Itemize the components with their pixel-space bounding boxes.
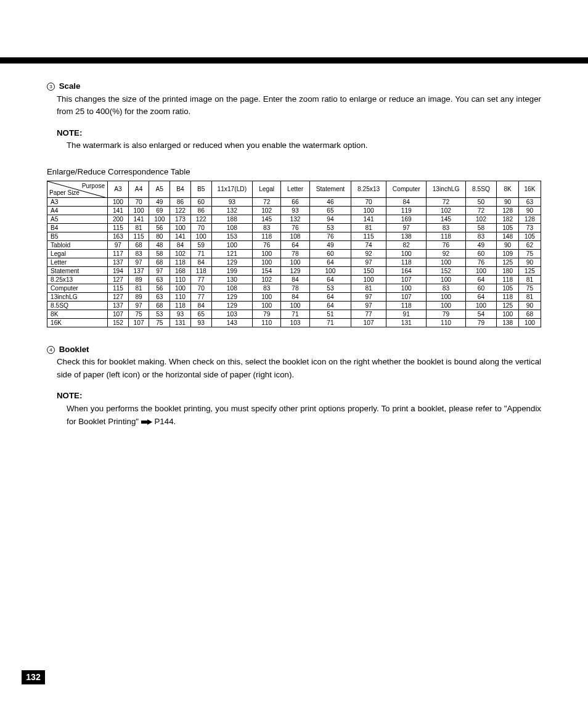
table-cell: 103	[281, 318, 309, 327]
table-cell: 64	[309, 292, 351, 301]
circled-number-4: 4	[47, 346, 55, 354]
table-cell: 73	[519, 223, 541, 232]
table-cell: 100	[309, 266, 351, 275]
table-cell: 75	[519, 249, 541, 258]
table-cell: 62	[519, 240, 541, 249]
table-cell: 70	[128, 197, 149, 206]
table-cell: 76	[309, 232, 351, 240]
table-cell: 68	[128, 240, 149, 249]
table-row-label: B4	[47, 223, 108, 232]
table-cell: 100	[351, 206, 386, 215]
table-cell: 53	[309, 223, 351, 232]
table-column-header: 8.25x13	[351, 181, 386, 197]
table-column-header: Legal	[253, 181, 281, 197]
table-cell: 115	[351, 232, 386, 240]
table-cell: 127	[108, 292, 129, 301]
table-cell: 145	[253, 215, 281, 223]
table-cell: 48	[149, 240, 170, 249]
table-row-label: 8K	[47, 310, 108, 318]
table-cell: 100	[519, 318, 541, 327]
table-cell: 105	[497, 284, 519, 292]
table-cell: 129	[211, 292, 252, 301]
table-cell: 68	[149, 301, 170, 310]
table-cell: 64	[465, 292, 497, 301]
table-cell: 92	[351, 249, 386, 258]
table-row-label: A5	[47, 215, 108, 223]
table-cell: 109	[497, 249, 519, 258]
table-cell: 103	[211, 310, 252, 318]
table-row-label: B5	[47, 232, 108, 240]
table-cell: 90	[497, 197, 519, 206]
table-cell: 110	[170, 292, 191, 301]
table-cell: 125	[519, 266, 541, 275]
table-row: 8K107755393651037971517791795410068	[47, 310, 541, 318]
table-body: A31007049866093726646708472509063A414110…	[47, 197, 541, 327]
table-cell: 64	[309, 258, 351, 266]
booklet-note-label: NOTE:	[57, 390, 541, 403]
table-cell: 119	[386, 206, 427, 215]
table-cell: 97	[386, 223, 427, 232]
header-bar	[0, 57, 588, 64]
table-column-header: A4	[128, 181, 149, 197]
table-cell: 100	[465, 266, 497, 275]
table-cell: 153	[211, 232, 252, 240]
table-row-label: Legal	[47, 249, 108, 258]
table-cell: 83	[253, 284, 281, 292]
table-cell: 107	[386, 292, 427, 301]
table-cell: 90	[497, 240, 519, 249]
table-column-header: A5	[149, 181, 170, 197]
table-cell: 72	[427, 197, 465, 206]
table-cell: 75	[149, 318, 170, 327]
scale-note-body: The watermark is also enlarged or reduce…	[67, 139, 541, 152]
table-cell: 51	[309, 310, 351, 318]
table-cell: 200	[108, 215, 129, 223]
table-cell: 90	[519, 206, 541, 215]
table-cell: 89	[128, 292, 149, 301]
table-cell: 100	[427, 275, 465, 284]
table-cell: 107	[386, 275, 427, 284]
table-cell: 92	[427, 249, 465, 258]
table-cell: 78	[281, 249, 309, 258]
table-cell: 77	[190, 292, 211, 301]
table-column-header: 8K	[497, 181, 519, 197]
table-cell: 84	[281, 275, 309, 284]
booklet-note-body: When you performs the booklet printing, …	[67, 403, 541, 428]
table-cell: 128	[497, 206, 519, 215]
table-cell: 141	[128, 215, 149, 223]
table-cell: 58	[465, 223, 497, 232]
table-header-diagonal: Purpose Paper Size	[47, 181, 108, 197]
table-cell: 100	[427, 258, 465, 266]
scale-note-label: NOTE:	[57, 127, 541, 140]
table-cell: 128	[519, 215, 541, 223]
table-row: A31007049866093726646708472509063	[47, 197, 541, 206]
table-column-header: Letter	[281, 181, 309, 197]
diag-papersize-label: Paper Size	[49, 189, 80, 197]
table-cell: 64	[281, 240, 309, 249]
table-cell: 148	[497, 232, 519, 240]
table-cell: 168	[170, 266, 191, 275]
table-row: Letter1379768118841291001006497118100761…	[47, 258, 541, 266]
table-cell: 60	[309, 249, 351, 258]
table-cell: 70	[351, 197, 386, 206]
table-cell: 70	[190, 284, 211, 292]
table-cell: 75	[519, 284, 541, 292]
table-cell: 76	[465, 258, 497, 266]
table-cell: 117	[108, 249, 129, 258]
table-column-header: Computer	[386, 181, 427, 197]
table-cell: 102	[465, 215, 497, 223]
table-cell: 79	[465, 318, 497, 327]
table-row-label: 8.25x13	[47, 275, 108, 284]
table-cell: 65	[309, 206, 351, 215]
table-cell: 100	[465, 301, 497, 310]
section-booklet-body: Check this for booklet making. When chec…	[57, 356, 541, 381]
table-cell: 81	[519, 292, 541, 301]
table-cell: 76	[281, 223, 309, 232]
table-cell: 66	[281, 197, 309, 206]
section-scale-title: Scale	[59, 81, 81, 91]
table-cell: 130	[211, 275, 252, 284]
table-cell: 118	[386, 301, 427, 310]
table-cell: 118	[253, 232, 281, 240]
table-cell: 125	[497, 301, 519, 310]
table-cell: 86	[170, 197, 191, 206]
table-row-label: Computer	[47, 284, 108, 292]
